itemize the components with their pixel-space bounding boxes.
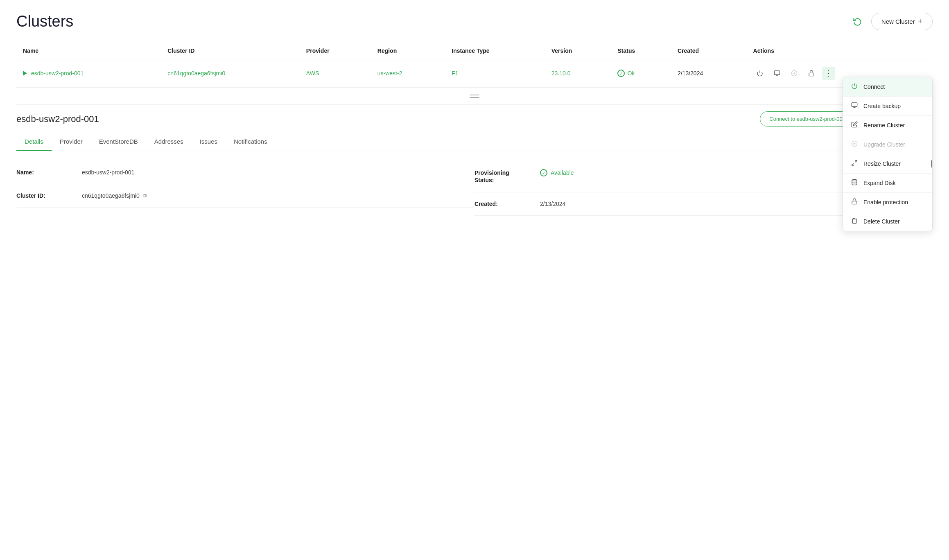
row-cluster-id: cn61qgto0aega6fsjmi0 — [161, 59, 300, 88]
col-version: Version — [545, 43, 611, 59]
row-version: 23.10.0 — [545, 59, 611, 88]
col-name: Name — [16, 43, 161, 59]
disk-icon — [850, 179, 859, 187]
tab-details[interactable]: Details — [16, 133, 52, 151]
col-cluster-id: Cluster ID — [161, 43, 300, 59]
clusters-table: Name Cluster ID Provider Region Instance… — [16, 43, 933, 88]
dropdown-create-backup[interactable]: Create backup — [843, 97, 932, 116]
page-title: Clusters — [16, 13, 73, 30]
section-divider[interactable] — [16, 88, 933, 105]
header-actions: New Cluster + — [848, 12, 933, 30]
status-text: Ok — [627, 70, 635, 77]
cluster-name[interactable]: esdb-usw2-prod-001 — [31, 70, 84, 77]
svg-rect-18 — [852, 201, 857, 204]
svg-rect-9 — [852, 103, 857, 106]
trash-icon — [850, 217, 859, 226]
row-status: ✓ Ok — [611, 59, 671, 88]
cluster-expand-arrow[interactable] — [23, 71, 27, 76]
action-backup-button[interactable] — [770, 67, 784, 80]
dropdown-connect-label: Connect — [863, 84, 885, 90]
tab-addresses[interactable]: Addresses — [146, 133, 192, 151]
svg-rect-7 — [809, 73, 814, 76]
dropdown-upgrade-cluster[interactable]: Upgrade Cluster — [843, 135, 932, 154]
detail-created-label: Created: — [475, 201, 540, 207]
table-header-row: Name Cluster ID Provider Region Instance… — [16, 43, 933, 59]
copy-clusterid-icon[interactable]: ⧉ — [143, 192, 147, 199]
detail-clusterid-value: cn61qgto0aega6fsjmi0 ⧉ — [82, 192, 147, 199]
row-provider: AWS — [300, 59, 371, 88]
upgrade-icon — [850, 140, 859, 149]
lock-icon — [850, 198, 859, 206]
detail-name-label: Name: — [16, 169, 82, 176]
tab-notifications[interactable]: Notifications — [226, 133, 276, 151]
dropdown-rename-cluster[interactable]: Rename Cluster — [843, 116, 932, 135]
actions-dropdown-menu: Connect Create backup Rename Cluster Upg… — [843, 77, 933, 231]
detail-created-value: 2/13/2024 — [540, 201, 565, 207]
refresh-button[interactable] — [848, 12, 866, 30]
tab-eventstoredb[interactable]: EventStoreDB — [91, 133, 146, 151]
action-protection-button[interactable] — [805, 67, 818, 80]
detail-fields-grid: Name: esdb-usw2-prod-001 Cluster ID: cn6… — [16, 161, 933, 216]
dropdown-expand-disk[interactable]: Expand Disk — [843, 174, 932, 193]
row-name-cell: esdb-usw2-prod-001 — [16, 59, 161, 88]
resize-cluster-tooltip: Resize Cluster — [931, 159, 933, 169]
svg-line-15 — [855, 160, 857, 163]
col-provider: Provider — [300, 43, 371, 59]
col-instance-type: Instance Type — [445, 43, 545, 59]
row-created: 2/13/2024 — [671, 59, 747, 88]
action-more-button[interactable]: ⋮ — [822, 67, 835, 80]
dropdown-resize-cluster-label: Resize Cluster — [863, 160, 901, 167]
action-upgrade-button[interactable] — [788, 67, 801, 80]
col-region: Region — [371, 43, 445, 59]
dropdown-enable-protection-label: Enable protection — [863, 199, 908, 205]
detail-name-row: Name: esdb-usw2-prod-001 — [16, 161, 475, 184]
backup-icon — [850, 102, 859, 110]
row-region: us-west-2 — [371, 59, 445, 88]
tab-provider[interactable]: Provider — [52, 133, 91, 151]
dropdown-rename-cluster-label: Rename Cluster — [863, 122, 905, 129]
detail-provisioning-label: ProvisioningStatus: — [475, 169, 540, 184]
detail-fields-left: Name: esdb-usw2-prod-001 Cluster ID: cn6… — [16, 161, 475, 216]
dropdown-connect[interactable]: Connect — [843, 77, 932, 97]
svg-point-17 — [852, 179, 857, 181]
dropdown-enable-protection[interactable]: Enable protection — [843, 193, 932, 212]
svg-line-16 — [852, 163, 854, 165]
resize-icon — [850, 160, 859, 168]
connect-icon — [850, 83, 859, 91]
col-status: Status — [611, 43, 671, 59]
dropdown-create-backup-label: Create backup — [863, 103, 901, 109]
detail-name-value: esdb-usw2-prod-001 — [82, 169, 134, 176]
tab-issues[interactable]: Issues — [192, 133, 226, 151]
dropdown-delete-cluster-label: Delete Cluster — [863, 218, 900, 225]
provisioning-check-icon: ✓ — [540, 169, 547, 176]
dropdown-expand-disk-label: Expand Disk — [863, 180, 896, 186]
cluster-detail-panel: esdb-usw2-prod-001 Connect to esdb-usw2-… — [16, 105, 933, 216]
dropdown-upgrade-cluster-label: Upgrade Cluster — [863, 141, 905, 148]
svg-rect-1 — [774, 71, 780, 75]
action-connect-button[interactable] — [753, 67, 766, 80]
new-cluster-button[interactable]: New Cluster + — [871, 13, 933, 30]
dropdown-resize-cluster[interactable]: Resize Cluster Resize Cluster — [843, 154, 932, 174]
status-check-icon: ✓ — [617, 70, 625, 77]
new-cluster-plus-icon: + — [918, 17, 922, 26]
page-header: Clusters New Cluster + — [16, 12, 933, 30]
pencil-icon — [850, 121, 859, 129]
detail-connect-label: Connect to esdb-usw2-prod-001 — [769, 116, 845, 122]
detail-clusterid-row: Cluster ID: cn61qgto0aega6fsjmi0 ⧉ — [16, 184, 475, 208]
cluster-detail-title: esdb-usw2-prod-001 — [16, 114, 99, 124]
new-cluster-label: New Cluster — [881, 18, 915, 25]
detail-tabs: Details Provider EventStoreDB Addresses … — [16, 133, 933, 151]
detail-provisioning-value: ✓ Available — [540, 169, 574, 176]
col-actions: Actions — [747, 43, 933, 59]
cluster-detail-header: esdb-usw2-prod-001 Connect to esdb-usw2-… — [16, 111, 933, 133]
dropdown-delete-cluster[interactable]: Delete Cluster — [843, 212, 932, 231]
detail-clusterid-label: Cluster ID: — [16, 192, 82, 199]
table-row: esdb-usw2-prod-001 cn61qgto0aega6fsjmi0 … — [16, 59, 933, 88]
row-instance-type: F1 — [445, 59, 545, 88]
col-created: Created — [671, 43, 747, 59]
